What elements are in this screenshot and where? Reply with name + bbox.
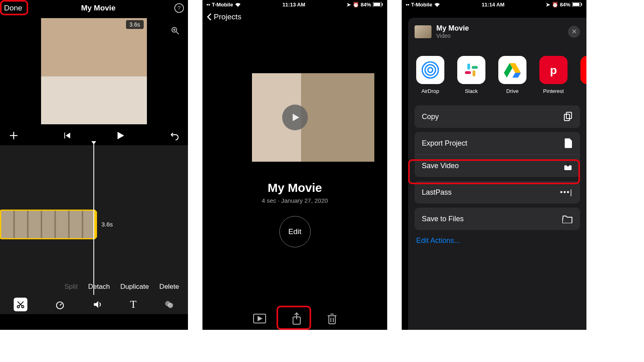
play-rect-icon[interactable]: [253, 313, 266, 324]
play-button[interactable]: [282, 105, 308, 130]
airdrop-icon: [416, 56, 444, 84]
preview-duration-label: 3.6s: [126, 20, 144, 29]
svg-rect-37: [467, 64, 470, 70]
play-icon[interactable]: [115, 130, 126, 141]
share-subtitle: Video: [436, 33, 469, 39]
app-partial-icon: [580, 56, 586, 84]
volume-tool-icon[interactable]: [93, 299, 103, 310]
project-meta: 4 sec · January 27, 2020: [202, 197, 387, 204]
share-thumbnail: [415, 25, 431, 38]
share-actions-list: Copy Export Project Save Video: [415, 105, 586, 230]
svg-marker-23: [258, 317, 262, 321]
share-icon[interactable]: [291, 312, 302, 325]
svg-rect-39: [473, 70, 475, 76]
svg-marker-8: [118, 132, 124, 140]
copy-icon: [563, 111, 573, 122]
split-button[interactable]: Split: [64, 283, 78, 291]
undo-icon[interactable]: [169, 130, 180, 141]
editor-toolbar: T: [0, 295, 188, 314]
svg-rect-38: [472, 66, 478, 69]
app-partial[interactable]: Yo: [580, 56, 586, 94]
svg-rect-47: [566, 112, 572, 119]
action-save-video[interactable]: Save Video: [415, 154, 580, 177]
clip-trim-handle[interactable]: [94, 211, 97, 238]
svg-rect-33: [573, 3, 580, 6]
lastpass-icon: •••|: [560, 188, 573, 197]
battery-icon: [572, 2, 582, 7]
done-button[interactable]: Done: [4, 4, 22, 12]
carrier-label: T-Mobile: [212, 2, 233, 8]
chevron-left-icon: [206, 13, 212, 21]
battery-label: 84%: [560, 2, 570, 8]
share-sheet: My Movie Video ✕ AirDrop Slack: [408, 18, 586, 330]
wifi-icon: [434, 2, 440, 7]
action-export-project[interactable]: Export Project: [415, 132, 580, 154]
action-lastpass[interactable]: LastPass •••|: [415, 181, 580, 204]
app-label: Slack: [457, 88, 485, 94]
wifi-icon: [235, 2, 241, 7]
trash-icon[interactable]: [327, 313, 337, 325]
app-airdrop[interactable]: AirDrop: [416, 56, 444, 94]
project-detail-screen: ▪▪ T-Mobile 11:13 AM ➤ ⏰ 84% Projects: [202, 0, 387, 330]
file-icon: [565, 138, 573, 148]
svg-rect-6: [64, 133, 65, 139]
alarm-icon: ⏰: [552, 2, 558, 8]
help-icon[interactable]: ?: [174, 3, 184, 13]
app-label: Drive: [498, 88, 526, 94]
preview-frame[interactable]: 3.6s: [41, 18, 147, 124]
svg-marker-15: [94, 301, 98, 308]
speed-tool-icon[interactable]: [55, 299, 65, 310]
action-save-to-files[interactable]: Save to Files: [415, 208, 580, 230]
svg-marker-42: [512, 73, 521, 78]
status-bar: ▪▪ T-Mobile 11:14 AM ➤ ⏰ 84%: [402, 0, 586, 9]
share-apps-row: AirDrop Slack Drive p: [415, 56, 586, 94]
action-label: LastPass: [422, 188, 452, 197]
app-drive[interactable]: Drive: [498, 56, 526, 94]
timeline[interactable]: 3.6s Split Detach Duplicate Delete T: [0, 145, 188, 314]
svg-rect-26: [329, 316, 335, 324]
signal-icon: ▪▪: [206, 2, 210, 8]
editor-topbar: Done My Movie ?: [0, 0, 188, 16]
edit-button[interactable]: Edit: [279, 216, 311, 247]
location-icon: ➤: [347, 2, 351, 8]
clock-label: 11:14 AM: [482, 2, 505, 8]
drive-icon: [498, 56, 526, 84]
clip-actions-bar: Split Detach Duplicate Delete: [0, 279, 188, 295]
svg-rect-20: [374, 3, 380, 6]
app-pinterest[interactable]: p Pinterest: [539, 56, 568, 94]
svg-point-34: [428, 68, 433, 72]
filter-tool-icon[interactable]: [164, 299, 174, 310]
cut-tool-icon[interactable]: [14, 298, 27, 311]
nav-back[interactable]: Projects: [202, 9, 387, 25]
clock-label: 11:13 AM: [283, 2, 305, 8]
delete-button[interactable]: Delete: [159, 283, 179, 291]
folder-icon: [562, 214, 573, 223]
location-icon: ➤: [546, 2, 550, 8]
share-title: My Movie: [436, 24, 469, 33]
zoom-icon[interactable]: [169, 25, 181, 36]
app-label: Pinterest: [539, 88, 568, 94]
app-label: Yo: [580, 88, 586, 94]
action-group: Export Project Save Video: [415, 132, 580, 177]
title-tool-icon[interactable]: T: [130, 298, 136, 311]
svg-line-1: [176, 32, 179, 34]
app-slack[interactable]: Slack: [457, 56, 485, 94]
video-clip[interactable]: [0, 210, 96, 239]
svg-rect-40: [465, 71, 471, 74]
duplicate-button[interactable]: Duplicate: [120, 283, 149, 291]
add-media-icon[interactable]: [8, 130, 19, 141]
close-icon[interactable]: ✕: [568, 26, 580, 38]
svg-line-14: [60, 304, 62, 305]
project-title: My Movie: [202, 181, 387, 195]
app-label: AirDrop: [416, 88, 444, 94]
skip-start-icon[interactable]: [63, 131, 72, 140]
action-label: Save to Files: [422, 215, 464, 223]
action-copy[interactable]: Copy: [415, 105, 580, 128]
project-preview[interactable]: [216, 73, 374, 162]
download-icon: [563, 161, 573, 171]
imovie-editor-screen: Done My Movie ? 3.6s: [0, 0, 188, 330]
clip-duration-label: 3.6s: [101, 221, 113, 228]
edit-actions-link[interactable]: Edit Actions...: [415, 237, 586, 245]
alarm-icon: ⏰: [353, 2, 359, 8]
detach-button[interactable]: Detach: [88, 283, 110, 291]
